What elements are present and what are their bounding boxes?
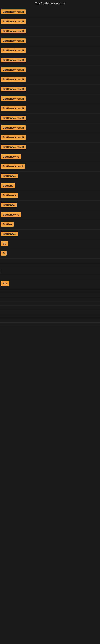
- list-item: Bottleneck result: [0, 8, 100, 17]
- list-item: Bottleneck result: [0, 46, 100, 56]
- list-item: Bottleneck result: [0, 114, 100, 123]
- list-item: Bottleneck result: [0, 94, 100, 104]
- bottleneck-result-badge[interactable]: B: [1, 251, 7, 256]
- bottleneck-result-badge[interactable]: Bottleneck result: [1, 145, 26, 149]
- list-item: [0, 263, 100, 267]
- bottleneck-result-badge[interactable]: Bottleneck result: [1, 68, 26, 72]
- list-item: Bottleneck result: [0, 143, 100, 152]
- bottleneck-result-badge[interactable]: Bottleneck result: [1, 10, 26, 14]
- list-item: Bottlen: [0, 220, 100, 230]
- list-item: Bottleneck: [0, 230, 100, 239]
- bottleneck-result-badge[interactable]: Bottleneck result: [1, 106, 26, 111]
- bottleneck-result-badge[interactable]: Bottleneck result: [1, 77, 26, 82]
- list-item: Bottleneck result: [0, 133, 100, 143]
- list-item: [0, 306, 100, 310]
- bottleneck-result-badge[interactable]: Bottleneck re: [1, 212, 21, 217]
- separator: |: [1, 269, 1, 272]
- bottleneck-result-badge[interactable]: Bottlenec: [1, 203, 17, 207]
- list-item: Bottleneck result: [0, 27, 100, 36]
- list-item: Bottleneck: [0, 172, 100, 181]
- list-item: [0, 297, 100, 302]
- bottleneck-result-badge[interactable]: Bottleneck result: [1, 48, 26, 53]
- list-item: Bottlene: [0, 181, 100, 191]
- list-item: Bottleneck: [0, 191, 100, 201]
- list-item: [0, 310, 100, 314]
- site-title: TheBottlenecker.com: [35, 2, 65, 5]
- bottleneck-result-badge[interactable]: Bottlen: [1, 222, 14, 226]
- list-item: Bottleneck re: [0, 210, 100, 220]
- bottleneck-result-badge[interactable]: Bottleneck: [1, 232, 18, 236]
- bottleneck-result-badge[interactable]: Bottleneck resul: [1, 164, 25, 169]
- bottleneck-result-badge[interactable]: Bottleneck result: [1, 126, 26, 130]
- list-item: [0, 318, 100, 322]
- list-item: |: [0, 267, 100, 275]
- bottleneck-result-badge[interactable]: Bottleneck result: [1, 116, 26, 120]
- list-item: Bo: [0, 239, 100, 249]
- list-item: Bottleneck result: [0, 66, 100, 75]
- list-item: Bottlenec: [0, 201, 100, 210]
- list-item: Bottleneck resul: [0, 162, 100, 172]
- list-item: [0, 258, 100, 263]
- bottleneck-result-badge[interactable]: Bottlene: [1, 183, 15, 188]
- list-item: [0, 302, 100, 306]
- list-item: Bottleneck result: [0, 85, 100, 94]
- list-item: Bottleneck result: [0, 75, 100, 85]
- list-item: [0, 275, 100, 279]
- bottleneck-result-badge[interactable]: Bottleneck result: [1, 19, 26, 24]
- bottleneck-result-badge[interactable]: Bottleneck re: [1, 154, 21, 159]
- bottleneck-result-badge[interactable]: Bottleneck result: [1, 135, 26, 140]
- bottleneck-result-badge[interactable]: Bo: [1, 241, 8, 246]
- list-item: [0, 289, 100, 293]
- list-item: B: [0, 249, 100, 258]
- bottleneck-result-badge[interactable]: Bottleneck result: [1, 87, 26, 91]
- list-item: Bottleneck result: [0, 123, 100, 133]
- bottleneck-result-badge[interactable]: Bottleneck result: [1, 29, 26, 34]
- list-item: Bot: [0, 279, 100, 289]
- bottleneck-result-badge[interactable]: Bottleneck result: [1, 58, 26, 62]
- list-item: Bottleneck result: [0, 56, 100, 66]
- list-item: Bottleneck result: [0, 17, 100, 27]
- bottleneck-result-badge[interactable]: Bottleneck result: [1, 38, 26, 43]
- bottleneck-result-badge[interactable]: Bot: [1, 281, 9, 286]
- list-item: Bottleneck re: [0, 152, 100, 162]
- bottleneck-result-badge[interactable]: Bottleneck: [1, 193, 18, 198]
- list-item: Bottleneck result: [0, 36, 100, 46]
- site-header: TheBottlenecker.com: [0, 0, 100, 8]
- list-item: Bottleneck result: [0, 104, 100, 114]
- list-item: [0, 314, 100, 318]
- list-item: [0, 322, 100, 327]
- list-item: [0, 293, 100, 297]
- bottleneck-result-badge[interactable]: Bottleneck: [1, 174, 18, 178]
- bottleneck-result-badge[interactable]: Bottleneck result: [1, 96, 26, 101]
